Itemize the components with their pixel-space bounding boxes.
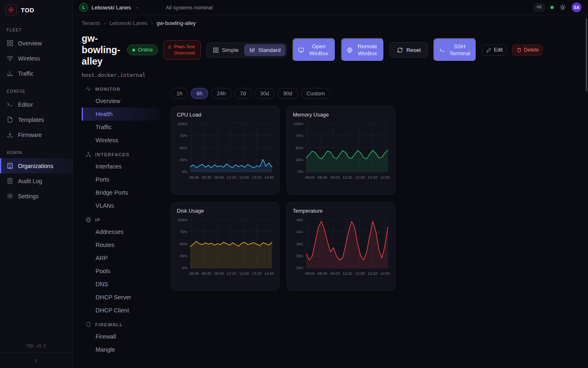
time-range-90d[interactable]: 90d [278,88,298,99]
y-axis-labels: 100%75%50%25%0% [293,121,304,174]
device-subnav: MONITOR Overview Health Traffic Wireless… [82,81,160,356]
subnav-item-dhcp-client[interactable]: DHCP Client [82,304,160,317]
subnav-item-traffic[interactable]: Traffic [82,121,160,134]
sidebar-item-audit-log[interactable]: Audit Log [0,173,72,188]
sidebar-item-traffic[interactable]: Traffic [0,66,72,81]
subnav-item-bridge-ports[interactable]: Bridge Ports [82,186,160,199]
sidebar-item-editor[interactable]: Editor [0,97,72,112]
subnav-item-pools[interactable]: Pools [82,265,160,278]
chart-title: Memory Usage [293,112,390,118]
monitor-icon [298,47,304,53]
time-range-1h[interactable]: 1h [171,88,188,99]
bar-chart-icon [7,70,13,77]
disk-usage-plot [189,218,273,270]
subnav-item-firewall[interactable]: Firewall [82,330,160,343]
grid-icon [7,40,13,47]
chart-title: Temperature [293,208,390,214]
x-tick-label: 09:00 [330,271,340,276]
x-tick-label: 13:20 [252,271,262,276]
globe-icon [85,217,91,223]
subnav-item-overview[interactable]: Overview [82,94,160,108]
x-tick-label: 12:20 [343,175,352,180]
pencil-icon [486,47,492,53]
subnav-item-ports[interactable]: Ports [82,173,160,186]
y-tick-label: 24C [296,265,303,270]
subnav-item-dhcp-server[interactable]: DHCP Server [82,291,160,304]
sidebar-collapse-button[interactable] [0,352,72,368]
ssh-terminal-button[interactable]: SSH Terminal [433,38,477,62]
theme-toggle-button[interactable] [559,4,566,11]
chart-title: Disk Usage [177,208,274,214]
subnav-item-wireless[interactable]: Wireless [82,134,160,147]
app-logo-icon [5,4,17,16]
sidebar-item-overview[interactable]: Overview [0,36,72,51]
sidebar-item-firmware[interactable]: Firmware [0,127,72,142]
sidebar-item-templates[interactable]: Templates [0,112,72,127]
shield-icon [85,321,91,328]
sidebar-item-organizations[interactable]: Organizations [0,158,72,173]
sidebar-item-label: Overview [18,40,42,47]
time-range-30d[interactable]: 30d [254,88,275,99]
open-winbox-button[interactable]: Open WinBox [292,38,336,62]
health-charts-panel: 1h 6h 24h 7d 30d 90d Custom CPU Load 100… [171,81,395,356]
view-mode-standard[interactable]: Standard [244,44,285,56]
sidebar-item-wireless[interactable]: Wireless [0,51,72,66]
time-range-6h[interactable]: 6h [191,88,208,99]
time-range-custom[interactable]: Custom [301,88,331,99]
button-label: Edit [494,47,503,53]
remote-winbox-button[interactable]: Remote WinBox [341,38,384,62]
y-tick-label: 30C [296,254,303,258]
app-logo[interactable]: TOD [0,0,72,20]
delete-button[interactable]: Delete [512,45,543,56]
subnav-item-interfaces[interactable]: Interfaces [82,160,160,173]
tenant-selector[interactable]: L Lebowski Lanes [79,3,140,12]
sliders-icon [249,47,255,53]
x-tick-label: 08:30 [318,175,327,180]
y-tick-label: 100% [178,121,187,126]
x-tick-label: 14:00 [264,175,274,180]
sidebar-item-label: Audit Log [18,178,42,184]
download-icon [7,131,13,138]
subnav-item-routes[interactable]: Routes [82,238,160,251]
subnav-item-dns[interactable]: DNS [82,278,160,291]
x-tick-label: 08:30 [202,271,212,276]
subnav-section-interfaces: INTERFACES [82,147,160,160]
subnav-item-arp[interactable]: ARP [82,251,160,265]
edit-button[interactable]: Edit [482,45,507,56]
gear-icon [7,193,13,200]
health-status-dot [550,6,554,9]
chart-area: 100%75%50%25%0% [177,121,274,174]
y-tick-label: 100% [178,218,187,222]
cpu-load-plot [189,121,273,174]
sidebar-item-label: Settings [18,193,39,200]
time-range-24h[interactable]: 24h [211,88,232,99]
vertical-scrollbar[interactable] [586,18,587,92]
breadcrumb-tenants[interactable]: Tenants [82,20,100,26]
view-mode-label: Simple [222,47,238,53]
y-axis-labels: 48C42C36C30C24C [293,218,304,270]
subnav-item-mangle[interactable]: Mangle [82,343,160,356]
x-tick-label: 12:50 [239,271,249,276]
y-tick-label: 50% [180,242,187,246]
x-tick-label: 08:00 [305,271,315,276]
reset-button[interactable]: Reset [390,42,428,58]
y-tick-label: 75% [180,229,187,234]
view-mode-simple[interactable]: Simple [208,44,243,56]
content-area: L Lebowski Lanes All systems nominal ⌘K … [73,0,588,368]
y-tick-label: 25% [180,157,187,162]
subnav-item-health[interactable]: Health [82,108,160,121]
button-label: SSH Terminal [448,43,471,57]
terminal-icon [439,47,445,53]
breadcrumb-tenant[interactable]: Lebowski Lanes [109,20,147,26]
subnav-item-vlans[interactable]: VLANs [82,199,160,212]
user-avatar[interactable]: SA [572,2,581,12]
y-axis-labels: 100%75%50%25%0% [177,121,188,174]
subnav-item-addresses[interactable]: Addresses [82,225,160,238]
time-range-7d[interactable]: 7d [234,88,252,99]
sidebar-item-settings[interactable]: Settings [0,188,72,204]
y-tick-label: 36C [296,242,303,246]
device-host: host.docker.internal [82,72,588,78]
command-palette-shortcut[interactable]: ⌘K [534,3,545,11]
topbar: L Lebowski Lanes All systems nominal ⌘K … [73,0,588,15]
x-tick-label: 08:00 [305,175,315,180]
